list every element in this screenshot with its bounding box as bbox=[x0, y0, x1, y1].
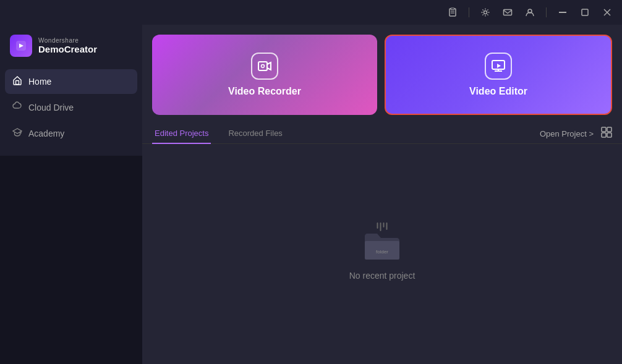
svg-rect-7 bbox=[559, 12, 566, 13]
video-recorder-label: Video Recorder bbox=[228, 86, 301, 97]
video-recorder-card[interactable]: Video Recorder bbox=[152, 35, 377, 115]
cloud-drive-label: Cloud Drive bbox=[28, 103, 74, 112]
settings-icon[interactable] bbox=[477, 4, 494, 21]
home-icon bbox=[12, 75, 22, 88]
logo-area: Wondershare DemoCreator bbox=[0, 25, 142, 69]
home-label: Home bbox=[28, 77, 51, 87]
logo-text: Wondershare DemoCreator bbox=[38, 37, 97, 54]
svg-rect-8 bbox=[582, 9, 588, 15]
main-layout: Wondershare DemoCreator Home bbox=[0, 25, 622, 364]
svg-rect-5 bbox=[504, 10, 512, 15]
mail-icon[interactable] bbox=[499, 4, 516, 21]
user-icon[interactable] bbox=[521, 4, 539, 21]
video-editor-icon bbox=[485, 53, 512, 80]
svg-rect-1 bbox=[451, 8, 454, 10]
brand-bottom: DemoCreator bbox=[38, 44, 97, 54]
cards-row: Video Recorder Video Editor bbox=[142, 25, 622, 115]
tabs-row: Edited Projects Recorded Files Open Proj… bbox=[142, 115, 622, 144]
svg-rect-22 bbox=[607, 133, 611, 137]
academy-icon bbox=[12, 127, 22, 140]
sidebar-bottom-area bbox=[0, 156, 142, 364]
academy-label: Academy bbox=[28, 129, 64, 138]
open-project-button[interactable]: Open Project > bbox=[540, 129, 594, 138]
sidebar-item-home[interactable]: Home bbox=[5, 69, 137, 94]
title-bar bbox=[0, 0, 622, 25]
content-area: Video Recorder Video Editor Edited Proje bbox=[142, 25, 622, 364]
svg-rect-14 bbox=[258, 62, 267, 70]
svg-text:folder: folder bbox=[376, 249, 388, 255]
separator bbox=[469, 7, 469, 17]
maximize-button[interactable] bbox=[576, 4, 594, 21]
empty-state: folder No recent project bbox=[142, 144, 622, 364]
nav-items: Home Cloud Drive bbox=[0, 69, 142, 146]
svg-point-4 bbox=[484, 11, 487, 14]
svg-rect-21 bbox=[602, 133, 606, 137]
cloud-icon bbox=[12, 101, 22, 114]
grid-view-button[interactable] bbox=[601, 127, 612, 140]
empty-folder-icon: folder bbox=[362, 227, 402, 262]
sidebar-item-cloud-drive[interactable]: Cloud Drive bbox=[5, 95, 137, 120]
brand-top: Wondershare bbox=[38, 37, 97, 44]
video-editor-card[interactable]: Video Editor bbox=[385, 35, 612, 115]
logo-icon bbox=[10, 35, 32, 57]
sidebar: Wondershare DemoCreator Home bbox=[0, 25, 142, 364]
folder-lines bbox=[377, 222, 388, 231]
minimize-button[interactable] bbox=[554, 4, 571, 21]
svg-rect-20 bbox=[607, 127, 611, 132]
empty-state-message: No recent project bbox=[349, 271, 415, 281]
tab-edited-projects[interactable]: Edited Projects bbox=[152, 124, 211, 144]
tab-recorded-files[interactable]: Recorded Files bbox=[226, 124, 284, 144]
clipboard-icon[interactable] bbox=[444, 4, 461, 21]
video-recorder-icon bbox=[251, 53, 278, 80]
video-editor-label: Video Editor bbox=[469, 86, 527, 97]
close-button[interactable] bbox=[599, 4, 616, 21]
svg-rect-12 bbox=[16, 81, 19, 85]
svg-rect-19 bbox=[602, 127, 606, 132]
separator2 bbox=[546, 7, 547, 17]
sidebar-item-academy[interactable]: Academy bbox=[5, 121, 137, 146]
svg-point-15 bbox=[262, 65, 265, 68]
title-bar-icons bbox=[444, 4, 616, 21]
